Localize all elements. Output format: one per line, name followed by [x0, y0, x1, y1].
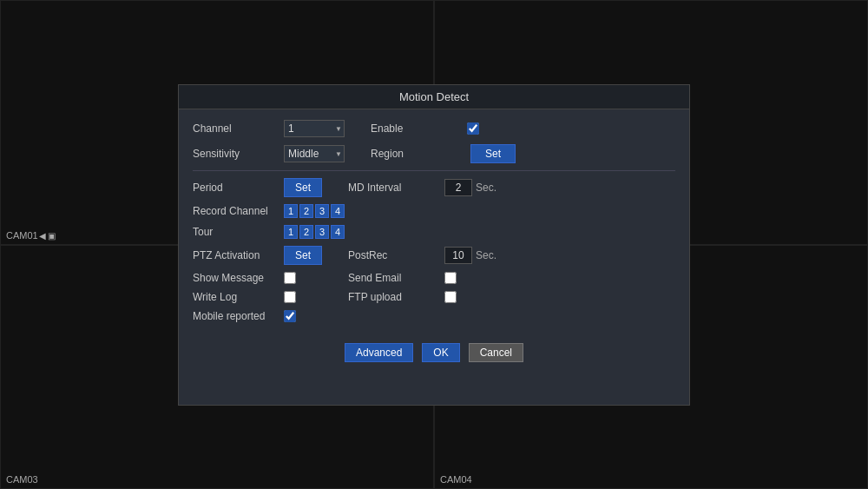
- send-email-checkbox[interactable]: [444, 272, 457, 284]
- ok-button[interactable]: OK: [422, 343, 459, 362]
- ftp-upload-checkbox[interactable]: [444, 291, 457, 303]
- mobile-reported-checkbox[interactable]: [284, 310, 296, 322]
- post-rec-input[interactable]: [444, 247, 472, 264]
- sensitivity-select-wrapper: Low Middle High: [284, 145, 345, 162]
- tour-4[interactable]: 4: [331, 225, 345, 239]
- sensitivity-row: Sensitivity Low Middle High Region Set: [193, 144, 675, 163]
- modal-footer: Advanced OK Cancel: [193, 329, 675, 373]
- show-message-label: Show Message: [193, 272, 284, 284]
- modal-title: Motion Detect: [179, 85, 689, 109]
- write-log-row: Write Log FTP upload: [193, 291, 675, 303]
- sensitivity-select[interactable]: Low Middle High: [284, 145, 345, 162]
- record-ch-3[interactable]: 3: [315, 204, 329, 218]
- tour-row: Tour 1 2 3 4: [193, 225, 675, 239]
- ptz-set-button[interactable]: Set: [284, 246, 322, 265]
- advanced-button[interactable]: Advanced: [345, 343, 413, 362]
- period-row: Period Set MD Interval Sec.: [193, 178, 675, 197]
- ptz-row: PTZ Activation Set PostRec Sec.: [193, 246, 675, 265]
- record-ch-4[interactable]: 4: [331, 204, 345, 218]
- tour-label: Tour: [193, 226, 284, 238]
- enable-label: Enable: [371, 122, 462, 135]
- tour-3[interactable]: 3: [315, 225, 329, 239]
- md-interval-label: MD Interval: [348, 182, 439, 194]
- channel-select-wrapper: 1 2 3 4: [284, 120, 345, 137]
- region-set-button[interactable]: Set: [470, 144, 516, 163]
- cancel-button[interactable]: Cancel: [469, 343, 523, 362]
- record-channel-label: Record Channel: [193, 205, 284, 217]
- ptz-label: PTZ Activation: [193, 249, 284, 261]
- channel-label: Channel: [193, 122, 284, 135]
- mobile-reported-row: Mobile reported: [193, 310, 675, 322]
- section-divider-1: [193, 170, 675, 171]
- period-set-button[interactable]: Set: [284, 178, 322, 197]
- sensitivity-label: Sensitivity: [193, 148, 284, 160]
- period-label: Period: [193, 182, 284, 194]
- record-channel-row: Record Channel 1 2 3 4: [193, 204, 675, 218]
- post-rec-sec: Sec.: [476, 249, 496, 261]
- record-ch-1[interactable]: 1: [284, 204, 298, 218]
- md-interval-input[interactable]: [444, 179, 472, 196]
- show-message-checkbox[interactable]: [284, 272, 296, 284]
- region-label: Region: [371, 148, 462, 160]
- mobile-reported-label: Mobile reported: [193, 310, 284, 322]
- channel-select[interactable]: 1 2 3 4: [284, 120, 345, 137]
- tour-1[interactable]: 1: [284, 225, 298, 239]
- record-channel-boxes: 1 2 3 4: [284, 204, 345, 218]
- tour-2[interactable]: 2: [299, 225, 313, 239]
- motion-detect-modal: Motion Detect Channel 1 2 3 4 Enable: [178, 84, 690, 406]
- send-email-label: Send Email: [348, 272, 439, 284]
- modal-overlay: Motion Detect Channel 1 2 3 4 Enable: [0, 0, 868, 489]
- write-log-label: Write Log: [193, 291, 284, 303]
- record-ch-2[interactable]: 2: [299, 204, 313, 218]
- show-message-row: Show Message Send Email: [193, 272, 675, 284]
- modal-body: Channel 1 2 3 4 Enable Sensitivity: [179, 109, 689, 383]
- enable-checkbox[interactable]: [467, 122, 479, 135]
- tour-boxes: 1 2 3 4: [284, 225, 345, 239]
- post-rec-label: PostRec: [348, 249, 439, 261]
- write-log-checkbox[interactable]: [284, 291, 296, 303]
- ftp-upload-label: FTP upload: [348, 291, 439, 303]
- channel-row: Channel 1 2 3 4 Enable: [193, 120, 675, 137]
- md-interval-sec: Sec.: [476, 182, 496, 194]
